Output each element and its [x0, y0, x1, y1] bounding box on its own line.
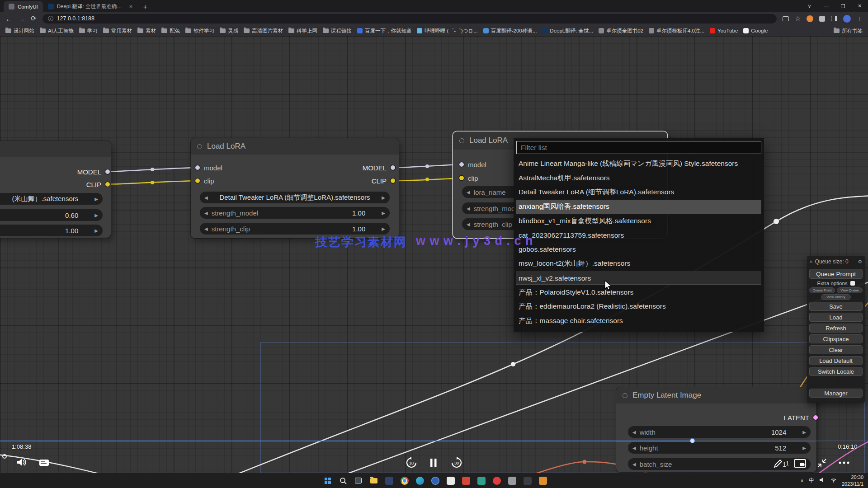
bookmark-folder[interactable]: 常用素材: [103, 28, 132, 34]
tray-volume-button[interactable]: [819, 477, 826, 484]
next-arrow-icon[interactable]: ▶: [94, 213, 98, 218]
lora-name-widget[interactable]: (米山舞）.safetensors▶: [0, 193, 103, 205]
model-port-icon[interactable]: [105, 169, 110, 174]
forward-button[interactable]: 30: [450, 456, 463, 469]
player-progress-handle[interactable]: [690, 438, 695, 443]
address-bar[interactable]: i 127.0.0.1:8188: [42, 14, 777, 23]
rewind-button[interactable]: 10: [405, 456, 418, 469]
pause-button[interactable]: [429, 458, 438, 468]
minimize-button[interactable]: [818, 0, 835, 12]
node-load-lora-left[interactable]: MODEL CLIP (米山舞）.safetensors▶ ◀0.60▶ ◀1.…: [0, 141, 111, 238]
bookmark-deepl[interactable]: DeepL翻译: 全世...: [542, 28, 593, 34]
lora-option[interactable]: AstralMecha机甲.safetensors: [516, 171, 761, 186]
output-clip[interactable]: CLIP: [372, 176, 395, 185]
profile-avatar[interactable]: [843, 15, 851, 23]
manager-button[interactable]: Manager: [809, 389, 863, 398]
output-clip[interactable]: CLIP: [86, 180, 110, 189]
latent-port-icon[interactable]: [813, 415, 818, 420]
browser-menu-icon[interactable]: ⋮: [857, 15, 863, 22]
output-latent[interactable]: LATENT: [784, 413, 818, 422]
lora-option[interactable]: Detail Tweaker LoRA (细节调整LoRA).safetenso…: [516, 185, 761, 200]
lora-option-selected[interactable]: anxiang国风暗香.safetensors: [516, 200, 761, 214]
tab-search-icon[interactable]: ∨: [801, 0, 818, 12]
file-explorer-button[interactable]: [368, 475, 379, 486]
bookmark-folder[interactable]: 配色: [161, 28, 180, 34]
input-model[interactable]: model: [459, 160, 486, 169]
taskbar-app-icon[interactable]: [460, 475, 472, 486]
prev-arrow-icon[interactable]: ◀: [632, 430, 636, 435]
node-empty-latent-image[interactable]: Empty Latent Image LATENT ◀width1024▶ ◀h…: [616, 387, 816, 472]
bookmark-folder[interactable]: 科学上网: [288, 28, 317, 34]
player-progress-bar[interactable]: [0, 441, 868, 441]
view-history-button[interactable]: View History: [821, 294, 851, 300]
node-load-lora-center[interactable]: Load LoRA model clip MODEL CLIP ◀ Detail…: [191, 138, 399, 238]
next-arrow-icon[interactable]: ▶: [382, 195, 385, 200]
site-info-icon[interactable]: i: [48, 16, 53, 21]
queue-prompt-button[interactable]: Queue Prompt: [809, 269, 863, 279]
bookmark-folder[interactable]: AI人工智能: [40, 28, 74, 34]
bookmark-folder[interactable]: 灵感: [220, 28, 238, 34]
settings-gear-icon[interactable]: ⚙: [858, 259, 862, 265]
forward-icon[interactable]: →: [18, 15, 25, 23]
refresh-button[interactable]: Refresh: [809, 324, 863, 333]
collapse-icon[interactable]: [459, 138, 464, 143]
chrome-button[interactable]: [399, 475, 410, 486]
back-icon[interactable]: ←: [5, 15, 12, 23]
clip-port-icon[interactable]: [391, 178, 395, 183]
lora-option-hovered[interactable]: nwsj_xl_v2.safetensors: [516, 271, 761, 286]
player-more-button[interactable]: [838, 461, 850, 465]
all-bookmarks-button[interactable]: 所有书签: [834, 28, 863, 34]
tab-close-icon[interactable]: ✕: [129, 4, 132, 9]
taskbar-app-icon[interactable]: [506, 475, 518, 486]
tray-network-button[interactable]: [830, 478, 837, 484]
prev-arrow-icon[interactable]: ◀: [467, 222, 470, 227]
install-app-icon[interactable]: [783, 16, 789, 21]
clipspace-button[interactable]: Clipspace: [809, 334, 863, 343]
menu-header[interactable]: ⠿ Queue size: 0 ⚙: [809, 258, 863, 267]
extension-panda-icon[interactable]: [807, 15, 813, 22]
taskbar-app-icon[interactable]: [476, 475, 487, 486]
clip-port-icon[interactable]: [459, 176, 464, 180]
clip-port-icon[interactable]: [195, 178, 200, 183]
ime-indicator[interactable]: 中: [809, 477, 814, 484]
tab-comfyui[interactable]: ComfyUI: [4, 1, 43, 12]
exit-fullscreen-button[interactable]: [816, 458, 827, 469]
node-title-bar[interactable]: Empty Latent Image: [616, 387, 816, 404]
taskbar-app-icon[interactable]: [522, 475, 533, 486]
model-port-icon[interactable]: [195, 165, 200, 170]
bookmark-google[interactable]: Google: [743, 28, 768, 33]
lora-option[interactable]: gobos.safetensors: [516, 243, 761, 257]
bookmark-zhuoermo-templates[interactable]: 卓尔谟模板库4.0注...: [649, 28, 704, 34]
bookmark-zhuoermo-books[interactable]: 卓尔谟全图书02: [599, 28, 643, 34]
batch-size-widget[interactable]: ◀batch_size1▶: [628, 458, 811, 470]
node-title-bar[interactable]: [0, 141, 111, 157]
lora-option[interactable]: 产品：massage chair.safetensors: [516, 314, 761, 328]
taskbar-app-icon[interactable]: [537, 475, 548, 486]
lora-option[interactable]: msw_locon-t2(米山舞）.safetensors: [516, 257, 761, 271]
taskbar-app-icon[interactable]: [445, 475, 456, 486]
model-port-icon[interactable]: [391, 165, 395, 170]
strength-clip-widget[interactable]: ◀1.00▶: [0, 225, 103, 236]
prev-arrow-icon[interactable]: ◀: [632, 446, 636, 450]
close-button[interactable]: ✕: [851, 0, 868, 12]
bookmark-folder[interactable]: 软件学习: [185, 28, 214, 34]
annotate-button[interactable]: [773, 459, 783, 469]
search-button[interactable]: [337, 475, 349, 486]
node-title-bar[interactable]: Load LoRA: [191, 138, 399, 155]
lora-option[interactable]: Anime Lineart Manga-like (线稿線画マンガ風漫画风) S…: [516, 157, 761, 171]
width-widget[interactable]: ◀width1024▶: [628, 426, 811, 438]
bookmark-folder[interactable]: 学习: [79, 28, 98, 34]
load-button[interactable]: Load: [809, 313, 863, 322]
bookmark-star-icon[interactable]: ☆: [795, 15, 801, 22]
tray-chevron-icon[interactable]: ∧: [801, 478, 804, 483]
bookmark-youtube[interactable]: YouTube: [710, 28, 738, 33]
queue-front-button[interactable]: Queue Front: [809, 287, 835, 293]
strength-clip-widget[interactable]: ◀strength_clip1.00▶: [200, 223, 390, 235]
lora-option[interactable]: 产品：eddiemauroLora2 (Realistic).safetenso…: [516, 300, 761, 314]
clip-port-icon[interactable]: [105, 182, 110, 187]
reload-icon[interactable]: ⟳: [31, 14, 37, 23]
prev-arrow-icon[interactable]: ◀: [204, 211, 208, 216]
taskbar-app-icon[interactable]: [429, 475, 441, 486]
tab-deepl[interactable]: DeepL翻译: 全世界最准确的翻... ✕: [43, 1, 138, 12]
lora-option[interactable]: cat_20230627113759.safetensors: [516, 228, 761, 243]
